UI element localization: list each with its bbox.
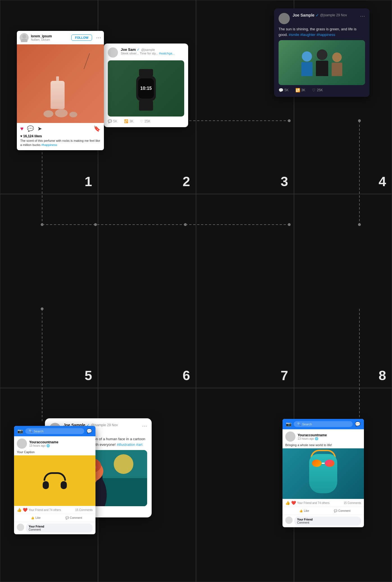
hp-ear-left <box>43 481 49 489</box>
fb2-user-info: Youraccountname 13 hours ago 🌐 <box>298 433 327 440</box>
tw-dark-handle: @jsample <box>320 13 335 17</box>
fb1-commenter-name: Your Friend <box>29 525 90 528</box>
facebook-card-2: 📷 🔍 Search 💬 Youraccountname 13 hours ag… <box>282 419 364 527</box>
illus-tweet-more-icon[interactable]: ⋯ <box>142 423 147 429</box>
illus-tweet-date: 29 Nov <box>107 423 118 427</box>
cell-number-4: 4 <box>379 174 386 189</box>
fb2-commenter-name: Your Friend <box>297 518 358 521</box>
hp-band <box>44 472 66 481</box>
tw-dark-more-icon[interactable]: ⋯ <box>360 13 365 19</box>
fb2-like-button[interactable]: 👍 Like <box>285 508 323 513</box>
ig-image-content <box>17 44 104 123</box>
tw-dark-like-icon: ♡ <box>312 88 316 92</box>
ig-action-bar: ♥ 💬 ➤ 🔖 <box>17 123 104 134</box>
fb1-reaction-count: Your Friend and 74 others <box>29 508 61 512</box>
watch-tweet-card: Joe Sam ✓ @jsample Sleek silver... Time … <box>104 44 188 127</box>
fb1-comment-button[interactable]: 💬 Comment <box>55 515 93 521</box>
fb2-like-icon: 👍 <box>299 509 303 512</box>
fb2-post-image <box>282 448 364 499</box>
ig-follow-button[interactable]: FOLLOW <box>71 35 92 41</box>
fb1-avatar <box>17 439 27 449</box>
fb2-glass-right <box>325 460 334 467</box>
fb1-heart-emoji: ❤️ <box>23 508 28 512</box>
ig-comment-icon[interactable]: 💬 <box>27 125 34 132</box>
ig-hashtag: #happiness <box>41 143 57 147</box>
fb2-glasses-bridge <box>322 463 325 464</box>
ig-share-icon[interactable]: ➤ <box>37 125 42 132</box>
fb1-image-content <box>14 455 95 506</box>
fb2-globe-icon: 🌐 <box>315 437 318 440</box>
fb2-comment-text: Comment <box>297 521 358 524</box>
tw-dark-user-info: Joe Sample ✓ @jsample 29 Nov <box>293 13 347 17</box>
fb2-commenter-avatar <box>285 517 293 524</box>
watch-tweet-hashtag: #watchga... <box>159 52 175 55</box>
headphone-shape <box>44 472 66 489</box>
tw-dark-retweet-action[interactable]: 🔁 3K <box>295 88 306 92</box>
fb2-face <box>309 454 337 493</box>
grid-cell-6: 6 <box>98 194 196 388</box>
cell-number-2: 2 <box>183 174 190 189</box>
tw-dark-hashtags: #smile #laughter #happiness <box>289 33 335 37</box>
watch-tweet-name: Joe Sam <box>121 47 136 52</box>
fb2-post-header: Youraccountname 13 hours ago 🌐 <box>282 429 364 443</box>
fb2-comment-button[interactable]: 💬 Comment <box>323 508 361 513</box>
fb1-search-bar[interactable]: 🔍 Search <box>25 428 84 434</box>
ig-sublabel: Nullam, Dictum <box>31 38 52 41</box>
fb1-comment-text: Comment <box>29 528 90 531</box>
fb2-search-icon: 🔍 <box>297 422 301 426</box>
ig-more-icon[interactable]: ⋯ <box>96 35 101 41</box>
cell-number-5: 5 <box>85 368 92 383</box>
watch-tweet-avatar <box>108 47 118 58</box>
cell-number-1: 1 <box>85 174 92 189</box>
fb1-like-button[interactable]: 👍 Like <box>17 515 55 521</box>
fb2-search-bar[interactable]: 🔍 Search <box>294 421 353 427</box>
fb2-meta: 13 hours ago 🌐 <box>298 437 327 440</box>
svg-point-19 <box>21 39 28 42</box>
fb2-messenger-icon[interactable]: 💬 <box>355 421 361 427</box>
tw-dark-retweet-icon: 🔁 <box>295 88 300 92</box>
fb2-face-visual <box>309 454 337 493</box>
tw-dark-header: Joe Sample ✓ @jsample 29 Nov ⋯ <box>279 13 365 24</box>
ig-avatar <box>20 33 29 42</box>
ig-bookmark-icon[interactable]: 🔖 <box>94 125 101 132</box>
cell-number-8: 8 <box>379 368 386 383</box>
watch-tweet-content: Sleek silver... Time for sty... #watchga… <box>121 52 175 55</box>
tw-dark-image-inner <box>279 40 365 85</box>
fb1-like-emoji: 👍 <box>17 508 22 512</box>
fb1-search-icon: 🔍 <box>29 429 33 433</box>
tw-dark-content: The sun is shining, the grass is green, … <box>279 26 365 37</box>
fb1-reaction-info: 👍 ❤️ Your Friend and 74 others <box>17 508 61 512</box>
tw-dark-like-action[interactable]: ♡ 25K <box>312 88 323 92</box>
tw-dark-date: 29 Nov <box>336 13 347 17</box>
fb1-comment-bubble: Your Friend Comment <box>26 524 93 533</box>
cell-number-6: 6 <box>183 368 190 383</box>
fb1-commenter-avatar <box>17 524 24 531</box>
watch-tweet-retweet-action[interactable]: 🔁 3K <box>124 119 134 123</box>
watch-tweet-like-action[interactable]: ♡ 25K <box>140 119 150 123</box>
watch-tweet-comment-icon: 💬 <box>108 119 112 123</box>
fb2-comments-count: 15 Comments <box>344 501 361 505</box>
facebook-card-1: 📷 🔍 Search 💬 Youraccountname 13 hours ag… <box>14 426 95 534</box>
ig-likes-count: ♥ 16,124 likes <box>17 134 104 138</box>
tw-dark-comment-action[interactable]: 💬 5K <box>279 88 289 92</box>
fb1-globe-icon: 🌐 <box>46 444 50 447</box>
illus-tweet-hashtags: #illustration #art <box>117 442 143 447</box>
ig-like-icon[interactable]: ♥ <box>20 125 24 132</box>
fb2-image-content <box>282 448 364 499</box>
hp-ear-right <box>61 481 67 489</box>
watch-tweet-comment-action[interactable]: 💬 5K <box>108 119 117 123</box>
fb2-comment-bubble: Your Friend Comment <box>294 517 361 526</box>
fb1-post-image <box>14 455 95 506</box>
tw-dark-comment-icon: 💬 <box>279 88 283 92</box>
watch-body: 10:15 <box>136 76 156 101</box>
watch-tweet-verified-icon: ✓ <box>137 47 140 52</box>
fb2-header-bar: 📷 🔍 Search 💬 <box>282 419 364 429</box>
watch-tweet-like-icon: ♡ <box>140 119 143 123</box>
fb1-messenger-icon[interactable]: 💬 <box>86 428 92 434</box>
watch-tweet-handle: @jsample <box>141 48 155 51</box>
ig-user-info: lorem_ipsum Nullam, Dictum <box>31 34 52 41</box>
fb2-comment-icon: 💬 <box>334 509 337 512</box>
watch-tweet-user-info: Joe Sam ✓ @jsample Sleek silver... Time … <box>121 47 175 55</box>
tw-dark-actions: 💬 5K 🔁 3K ♡ 25K <box>279 88 365 92</box>
twitter-dark-card: Joe Sample ✓ @jsample 29 Nov ⋯ The sun i… <box>274 8 370 97</box>
